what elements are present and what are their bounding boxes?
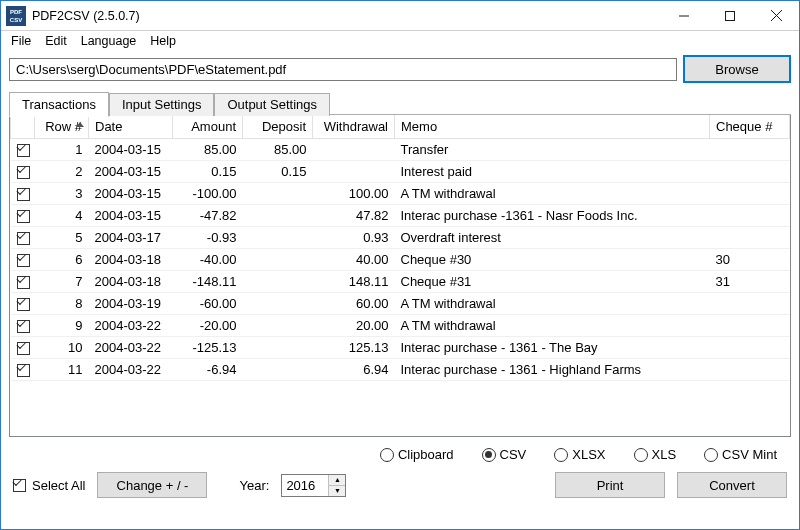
select-all-checkbox[interactable]: Select All <box>13 478 85 493</box>
tab-input-settings[interactable]: Input Settings <box>109 93 215 116</box>
row-checkbox[interactable] <box>17 232 30 245</box>
table-row[interactable]: 62004-03-18-40.0040.00Cheque #3030 <box>11 248 790 270</box>
radio-clipboard[interactable]: Clipboard <box>380 447 454 462</box>
cell-row: 3 <box>35 182 89 204</box>
cell-deposit: 85.00 <box>243 138 313 160</box>
cell-memo: Overdraft interest <box>395 226 710 248</box>
col-header-cheque[interactable]: Cheque # <box>710 115 790 138</box>
col-header-withdrawal[interactable]: Withdrawal <box>313 115 395 138</box>
maximize-button[interactable] <box>707 1 753 30</box>
browse-button[interactable]: Browse <box>683 55 791 83</box>
cell-memo: Cheque #31 <box>395 270 710 292</box>
radio-xlsx[interactable]: XLSX <box>554 447 605 462</box>
year-input[interactable] <box>282 475 328 496</box>
cell-row: 8 <box>35 292 89 314</box>
row-checkbox[interactable] <box>17 188 30 201</box>
col-header-date[interactable]: Date <box>89 115 173 138</box>
radio-xls[interactable]: XLS <box>634 447 677 462</box>
cell-deposit: 0.15 <box>243 160 313 182</box>
table-row[interactable]: 82004-03-19-60.0060.00A TM withdrawal <box>11 292 790 314</box>
tab-transactions[interactable]: Transactions <box>9 92 109 117</box>
cell-row: 6 <box>35 248 89 270</box>
cell-deposit <box>243 292 313 314</box>
spin-up-icon[interactable]: ▲ <box>329 475 345 486</box>
col-header-memo[interactable]: Memo <box>395 115 710 138</box>
app-icon: PDF CSV <box>6 6 26 26</box>
radio-csv[interactable]: CSV <box>482 447 527 462</box>
cell-memo: Interac purchase - 1361 - Highland Farms <box>395 358 710 380</box>
table-header-row: Row # Date Amount Deposit Withdrawal Mem… <box>11 115 790 138</box>
table-row[interactable]: 22004-03-150.150.15Interest paid <box>11 160 790 182</box>
bottom-toolbar: Select All Change + / - Year: ▲▼ Print C… <box>1 466 799 506</box>
cell-deposit <box>243 182 313 204</box>
minimize-button[interactable] <box>661 1 707 30</box>
row-checkbox[interactable] <box>17 298 30 311</box>
table-row[interactable]: 42004-03-15-47.8247.82Interac purchase -… <box>11 204 790 226</box>
row-checkbox[interactable] <box>17 210 30 223</box>
table-row[interactable]: 12004-03-1585.0085.00Transfer <box>11 138 790 160</box>
close-button[interactable] <box>753 1 799 30</box>
year-spinner[interactable]: ▲▼ <box>281 474 346 497</box>
cell-amount: 0.15 <box>173 160 243 182</box>
cell-row: 10 <box>35 336 89 358</box>
table-row[interactable]: 32004-03-15-100.00100.00A TM withdrawal <box>11 182 790 204</box>
cell-cheque <box>710 336 790 358</box>
cell-date: 2004-03-22 <box>89 314 173 336</box>
select-all-label: Select All <box>32 478 85 493</box>
table-row[interactable]: 72004-03-18-148.11148.11Cheque #3131 <box>11 270 790 292</box>
cell-amount: -125.13 <box>173 336 243 358</box>
transactions-table: Row # Date Amount Deposit Withdrawal Mem… <box>9 115 791 437</box>
cell-deposit <box>243 204 313 226</box>
print-button[interactable]: Print <box>555 472 665 498</box>
radio-csv-mint[interactable]: CSV Mint <box>704 447 777 462</box>
menu-help[interactable]: Help <box>144 33 182 49</box>
cell-row: 5 <box>35 226 89 248</box>
menu-file[interactable]: File <box>5 33 37 49</box>
cell-amount: -0.93 <box>173 226 243 248</box>
cell-memo: A TM withdrawal <box>395 182 710 204</box>
cell-withdrawal: 6.94 <box>313 358 395 380</box>
row-checkbox[interactable] <box>17 342 30 355</box>
menu-language[interactable]: Language <box>75 33 143 49</box>
table-row[interactable]: 102004-03-22-125.13125.13Interac purchas… <box>11 336 790 358</box>
cell-memo: A TM withdrawal <box>395 292 710 314</box>
cell-row: 1 <box>35 138 89 160</box>
row-checkbox[interactable] <box>17 364 30 377</box>
table-row[interactable]: 112004-03-22-6.946.94Interac purchase - … <box>11 358 790 380</box>
menubar: File Edit Language Help <box>1 31 799 51</box>
row-checkbox[interactable] <box>17 144 30 157</box>
cell-row: 9 <box>35 314 89 336</box>
cell-amount: 85.00 <box>173 138 243 160</box>
col-header-row[interactable]: Row # <box>35 115 89 138</box>
col-header-check[interactable] <box>11 115 35 138</box>
cell-cheque <box>710 204 790 226</box>
tab-output-settings[interactable]: Output Settings <box>214 93 330 116</box>
cell-cheque <box>710 292 790 314</box>
row-checkbox[interactable] <box>17 254 30 267</box>
cell-memo: Interac purchase -1361 - Nasr Foods Inc. <box>395 204 710 226</box>
cell-cheque: 30 <box>710 248 790 270</box>
convert-button[interactable]: Convert <box>677 472 787 498</box>
cell-amount: -40.00 <box>173 248 243 270</box>
spin-down-icon[interactable]: ▼ <box>329 486 345 496</box>
cell-withdrawal: 0.93 <box>313 226 395 248</box>
cell-deposit <box>243 248 313 270</box>
cell-deposit <box>243 226 313 248</box>
menu-edit[interactable]: Edit <box>39 33 73 49</box>
cell-cheque <box>710 182 790 204</box>
year-spin-buttons[interactable]: ▲▼ <box>328 475 345 496</box>
table-row[interactable]: 52004-03-17-0.930.93Overdraft interest <box>11 226 790 248</box>
col-header-deposit[interactable]: Deposit <box>243 115 313 138</box>
row-checkbox[interactable] <box>17 320 30 333</box>
row-checkbox[interactable] <box>17 276 30 289</box>
row-checkbox[interactable] <box>17 166 30 179</box>
change-sign-button[interactable]: Change + / - <box>97 472 207 498</box>
output-format-row: Clipboard CSV XLSX XLS CSV Mint <box>1 437 799 466</box>
file-path-input[interactable] <box>9 58 677 81</box>
cell-row: 7 <box>35 270 89 292</box>
table-row[interactable]: 92004-03-22-20.0020.00A TM withdrawal <box>11 314 790 336</box>
col-header-amount[interactable]: Amount <box>173 115 243 138</box>
cell-withdrawal: 148.11 <box>313 270 395 292</box>
cell-cheque <box>710 138 790 160</box>
cell-date: 2004-03-17 <box>89 226 173 248</box>
